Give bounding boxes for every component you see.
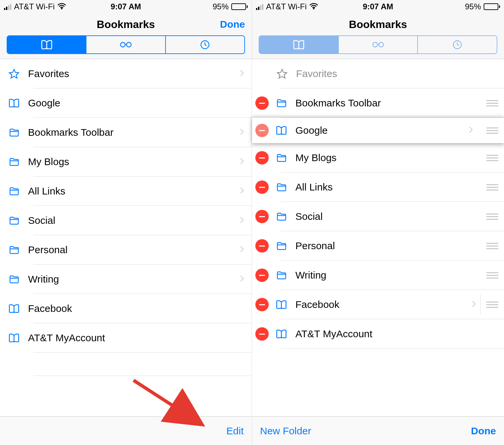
row-label: Personal (295, 240, 481, 252)
nav-header: Bookmarks (252, 13, 504, 35)
folder-icon (8, 215, 28, 226)
new-folder-button[interactable]: New Folder (260, 425, 311, 437)
clock-label: 9:07 AM (363, 2, 393, 11)
row-favorites[interactable]: Favorites (0, 59, 252, 88)
signal-icon (256, 3, 263, 10)
row-all-links[interactable]: All Links (0, 176, 252, 206)
chevron-right-icon (239, 215, 252, 226)
row-label: All Links (295, 181, 481, 193)
row-label: Facebook (28, 303, 252, 314)
delete-button[interactable] (255, 96, 269, 110)
row-label: AT&T MyAccount (28, 332, 252, 344)
row-bookmarks-toolbar[interactable]: Bookmarks Toolbar (252, 88, 504, 118)
carrier-label: AT&T Wi-Fi (266, 2, 307, 11)
drag-handle[interactable] (481, 100, 504, 106)
folder-icon (275, 211, 295, 222)
folder-icon (8, 245, 28, 255)
row-personal[interactable]: Personal (252, 231, 504, 261)
row-all-links[interactable]: All Links (252, 172, 504, 202)
star-icon (8, 68, 28, 79)
book-icon (275, 125, 295, 135)
row-google[interactable]: Google (252, 118, 504, 143)
battery-icon (484, 3, 500, 10)
delete-button[interactable] (255, 269, 269, 282)
row-label: Facebook (295, 299, 471, 310)
chevron-right-icon (468, 125, 481, 136)
status-bar: AT&T Wi-Fi 9:07 AM 95% (0, 0, 252, 13)
page-title: Bookmarks (97, 18, 155, 31)
wifi-icon (57, 2, 66, 12)
drag-handle[interactable] (481, 155, 504, 161)
battery-pct-label: 95% (465, 2, 481, 11)
row-label: Writing (295, 270, 481, 281)
bottom-toolbar: New Folder Done (252, 416, 504, 445)
done-button[interactable]: Done (471, 425, 496, 437)
delete-button[interactable] (255, 298, 269, 311)
delete-button[interactable] (255, 327, 269, 341)
drag-handle[interactable] (481, 127, 504, 134)
row-label: Google (28, 97, 252, 109)
nav-header: Bookmarks Done (0, 13, 252, 35)
row-google[interactable]: Google (0, 88, 252, 118)
tab-bookmarks (259, 36, 338, 53)
row-facebook[interactable]: Facebook (0, 294, 252, 323)
tab-reading-list (338, 36, 418, 53)
row-social[interactable]: Social (252, 202, 504, 231)
row-label: Favorites (28, 68, 239, 79)
view-segmented-control[interactable] (7, 35, 245, 54)
row-writing[interactable]: Writing (0, 265, 252, 294)
tab-bookmarks[interactable] (7, 36, 86, 53)
delete-button[interactable] (255, 180, 269, 194)
row-writing[interactable]: Writing (252, 261, 504, 290)
book-icon (8, 98, 28, 108)
folder-icon (8, 186, 28, 196)
row-my-blogs[interactable]: My Blogs (252, 143, 504, 172)
battery-pct-label: 95% (213, 2, 229, 11)
drag-handle[interactable] (481, 302, 504, 308)
row-label: My Blogs (295, 152, 481, 163)
wifi-icon (309, 2, 318, 12)
tab-history (417, 36, 497, 53)
chevron-right-icon (239, 68, 252, 79)
delete-button[interactable] (255, 239, 269, 253)
row-att-myaccount[interactable]: AT&T MyAccount (0, 323, 252, 353)
row-social[interactable]: Social (0, 206, 252, 235)
chevron-right-icon (471, 299, 480, 310)
row-my-blogs[interactable]: My Blogs (0, 147, 252, 176)
drag-handle[interactable] (481, 272, 504, 279)
done-button[interactable]: Done (220, 19, 245, 30)
drag-handle[interactable] (481, 184, 504, 190)
star-icon (276, 68, 296, 79)
folder-icon (275, 182, 295, 192)
folder-icon (275, 98, 295, 108)
row-label: Bookmarks Toolbar (295, 97, 481, 109)
bottom-toolbar: Edit (0, 416, 252, 445)
row-facebook[interactable]: Facebook (252, 290, 504, 319)
row-bookmarks-toolbar[interactable]: Bookmarks Toolbar (0, 118, 252, 147)
row-label: Google (295, 125, 468, 136)
row-personal[interactable]: Personal (0, 235, 252, 265)
row-label: Social (295, 211, 481, 222)
delete-button[interactable] (255, 151, 269, 164)
delete-button[interactable] (255, 210, 269, 223)
clock-label: 9:07 AM (110, 2, 141, 11)
row-att-myaccount[interactable]: AT&T MyAccount (252, 319, 504, 349)
folder-icon (8, 127, 28, 138)
empty-row (0, 353, 252, 376)
tab-history[interactable] (165, 36, 244, 53)
book-icon (8, 304, 28, 314)
delete-button[interactable] (255, 124, 269, 137)
folder-icon (8, 274, 28, 285)
row-label: My Blogs (28, 156, 239, 167)
drag-handle[interactable] (481, 243, 504, 249)
tab-reading-list[interactable] (86, 36, 165, 53)
row-label: Bookmarks Toolbar (28, 127, 239, 138)
drag-handle[interactable] (481, 213, 504, 220)
folder-icon (275, 241, 295, 251)
chevron-right-icon (239, 274, 252, 285)
edit-button[interactable]: Edit (226, 425, 244, 437)
status-bar: AT&T Wi-Fi 9:07 AM 95% (252, 0, 504, 13)
book-icon (275, 329, 295, 339)
signal-icon (4, 3, 11, 10)
row-label: All Links (28, 185, 239, 197)
